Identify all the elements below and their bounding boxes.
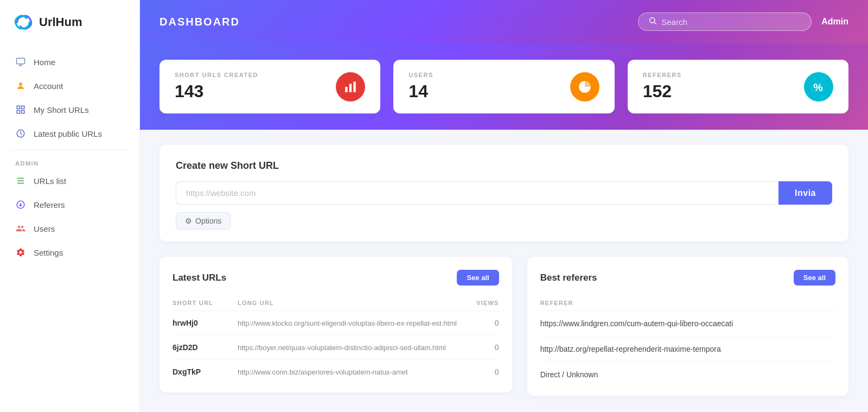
latest-urls-title: Latest URLs bbox=[173, 272, 226, 283]
col-header-short-url: SHORT URL bbox=[173, 300, 238, 306]
sidebar-item-users-label: Users bbox=[34, 224, 55, 233]
admin-section-label: ADMIN bbox=[0, 155, 139, 169]
list-icon bbox=[15, 175, 26, 186]
header-right: Admin bbox=[638, 12, 848, 31]
stat-card-users: USERS 14 bbox=[393, 60, 614, 113]
latest-urls-see-all-button[interactable]: See all bbox=[457, 270, 499, 286]
views-cell: 0 bbox=[461, 343, 499, 352]
latest-urls-table-header: SHORT URL LONG URL VIEWS bbox=[173, 295, 499, 311]
long-url-cell: http://www.conn.biz/asperiores-voluptate… bbox=[238, 368, 461, 376]
best-referers-card: Best referers See all REFERER https://ww… bbox=[527, 257, 848, 396]
gear-icon: ⚙ bbox=[185, 217, 192, 225]
referer-table-header: REFERER bbox=[540, 295, 835, 311]
short-url-cell: 6jzD2D bbox=[173, 343, 238, 352]
col-header-long-url: LONG URL bbox=[238, 300, 461, 306]
sidebar-item-referers[interactable]: Referers bbox=[0, 193, 139, 217]
settings-icon bbox=[15, 247, 26, 258]
clock-icon bbox=[15, 128, 26, 139]
best-referers-see-all-button[interactable]: See all bbox=[794, 270, 835, 286]
svg-rect-16 bbox=[354, 81, 356, 92]
invia-button[interactable]: Invia bbox=[778, 181, 832, 205]
col-header-referer: REFERER bbox=[540, 300, 573, 306]
sidebar-item-my-short-urls-label: My Short URLs bbox=[34, 105, 89, 115]
svg-line-13 bbox=[654, 22, 656, 24]
svg-point-3 bbox=[19, 83, 22, 86]
short-url-cell: hrwHj0 bbox=[173, 319, 238, 327]
long-url-cell: https://boyer.net/quas-voluptatem-distin… bbox=[238, 344, 461, 352]
svg-text:%: % bbox=[813, 81, 822, 93]
sidebar-item-urls-list-label: URLs list bbox=[34, 176, 66, 186]
stat-value-short-urls: 143 bbox=[175, 81, 258, 102]
svg-rect-0 bbox=[17, 58, 25, 64]
latest-urls-card: Latest URLs See all SHORT URL LONG URL V… bbox=[159, 257, 512, 392]
svg-rect-5 bbox=[22, 106, 24, 109]
sidebar-item-latest-public-urls-label: Latest public URLs bbox=[34, 129, 102, 138]
sidebar-item-home-label: Home bbox=[34, 58, 55, 67]
col-header-views: VIEWS bbox=[461, 300, 499, 306]
home-icon bbox=[15, 56, 26, 67]
sidebar-divider bbox=[11, 150, 129, 150]
sidebar-item-home[interactable]: Home bbox=[0, 50, 139, 74]
list-item: Direct / Unknown bbox=[540, 362, 835, 387]
views-cell: 0 bbox=[461, 367, 499, 376]
search-bar[interactable] bbox=[638, 12, 812, 31]
bottom-row: Latest URLs See all SHORT URL LONG URL V… bbox=[159, 257, 848, 396]
url-input-row: Invia bbox=[176, 181, 832, 205]
svg-rect-4 bbox=[17, 106, 20, 109]
body-content: Create new Short URL Invia ⚙ Options Lat… bbox=[159, 145, 848, 396]
best-referers-title: Best referers bbox=[540, 272, 597, 283]
sidebar-item-urls-list[interactable]: URLs list bbox=[0, 169, 139, 193]
percent-icon: % bbox=[804, 72, 833, 102]
stat-cards-section: SHORT URLS CREATED 143 USERS 14 bbox=[140, 43, 868, 130]
svg-rect-15 bbox=[349, 84, 352, 92]
create-url-card: Create new Short URL Invia ⚙ Options bbox=[159, 145, 848, 242]
short-url-cell: DxgTkP bbox=[173, 367, 238, 376]
svg-rect-7 bbox=[22, 111, 24, 113]
main-area: DASHBOARD Admin SHORT URLS CREATED 143 bbox=[140, 0, 868, 412]
options-label: Options bbox=[195, 217, 221, 225]
logo-text: UrlHum bbox=[39, 15, 82, 29]
sidebar-item-settings[interactable]: Settings bbox=[0, 240, 139, 264]
sidebar-item-account-label: Account bbox=[34, 81, 63, 91]
sidebar-item-users[interactable]: Users bbox=[0, 217, 139, 240]
svg-point-12 bbox=[650, 18, 655, 23]
sidebar-item-settings-label: Settings bbox=[34, 248, 63, 257]
table-row: DxgTkP http://www.conn.biz/asperiores-vo… bbox=[173, 360, 499, 384]
svg-rect-6 bbox=[17, 111, 20, 113]
search-input[interactable] bbox=[661, 17, 801, 27]
logo: UrlHum bbox=[0, 0, 139, 45]
latest-urls-header: Latest URLs See all bbox=[173, 270, 499, 286]
admin-label: Admin bbox=[821, 17, 848, 27]
stat-value-users: 14 bbox=[409, 81, 433, 102]
url-input[interactable] bbox=[176, 181, 778, 205]
options-button[interactable]: ⚙ Options bbox=[176, 212, 231, 230]
sidebar-nav: Home Account My Short URLs Latest public… bbox=[0, 45, 139, 412]
table-row: 6jzD2D https://boyer.net/quas-voluptatem… bbox=[173, 335, 499, 360]
sidebar-item-referers-label: Referers bbox=[34, 200, 65, 210]
list-item: http://batz.org/repellat-reprehenderit-m… bbox=[540, 337, 835, 362]
table-row: hrwHj0 http://www.klocko.org/sunt-eligen… bbox=[173, 311, 499, 335]
chart-bar-icon bbox=[336, 72, 365, 102]
stat-label-referers: REFERERS bbox=[643, 72, 682, 78]
grid-icon bbox=[15, 104, 26, 115]
pie-chart-icon bbox=[570, 72, 599, 102]
header: DASHBOARD Admin bbox=[140, 0, 868, 43]
sidebar: UrlHum Home Account My Short URLs Latest… bbox=[0, 0, 140, 412]
sidebar-item-latest-public-urls[interactable]: Latest public URLs bbox=[0, 122, 139, 145]
content-area: SHORT URLS CREATED 143 USERS 14 bbox=[140, 43, 868, 412]
create-url-title: Create new Short URL bbox=[176, 160, 832, 172]
stat-label-users: USERS bbox=[409, 72, 433, 78]
svg-rect-14 bbox=[346, 87, 348, 92]
search-icon bbox=[648, 16, 657, 27]
stat-label-short-urls: SHORT URLS CREATED bbox=[175, 72, 258, 78]
logo-icon bbox=[13, 12, 34, 33]
sidebar-item-account[interactable]: Account bbox=[0, 74, 139, 98]
views-cell: 0 bbox=[461, 319, 499, 327]
sidebar-item-my-short-urls[interactable]: My Short URLs bbox=[0, 98, 139, 122]
stat-card-short-urls: SHORT URLS CREATED 143 bbox=[159, 60, 380, 113]
best-referers-header: Best referers See all bbox=[540, 270, 835, 286]
long-url-cell: http://www.klocko.org/sunt-eligendi-volu… bbox=[238, 319, 461, 327]
page-title: DASHBOARD bbox=[159, 16, 240, 28]
stat-card-referers: REFERERS 152 % bbox=[628, 60, 848, 113]
users-icon bbox=[15, 223, 26, 234]
